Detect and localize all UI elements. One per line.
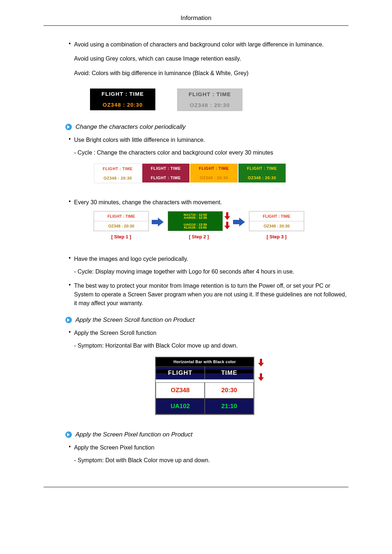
step-label: [ Step 3 ] — [249, 233, 304, 241]
bullet-text: The best way to protect your monitor fro… — [74, 282, 348, 308]
text: Every 30 minutes, change the characters … — [74, 199, 222, 205]
page-title: Information — [44, 15, 348, 26]
fig3-step1: FLIGHT : TIME OZ348 : 20:30 [ Step 1 ] — [94, 211, 149, 241]
fig1-label: FLIGHT : TIME — [90, 89, 155, 99]
text: AA0025 : 12:35 — [184, 216, 207, 219]
fig4-header: FLIGHT — [156, 366, 205, 379]
fig3-label: FLIGHT : TIME — [249, 212, 304, 221]
step-label: [ Step 1 ] — [94, 233, 149, 241]
arrow-down-icon — [224, 212, 230, 220]
arrow-bullet-icon — [65, 317, 72, 323]
fig3-step2-wrap: NA1710 : 12:00 AA0025 : 12:35 UA0110 : 1… — [168, 211, 230, 231]
bullet-item: • Every 30 minutes, change the character… — [65, 198, 348, 248]
fig3-step2: NA1710 : 12:00 AA0025 : 12:35 UA0110 : 1… — [168, 211, 230, 241]
fig4-cell: 20:30 — [205, 382, 254, 398]
fig3-step3: FLIGHT : TIME OZ348 : 20:30 [ Step 3 ] — [249, 211, 304, 241]
fig4-cell: UA102 — [156, 398, 205, 414]
bullet-marker: • — [65, 40, 74, 115]
bullet-item: • The best way to protect your monitor f… — [65, 282, 348, 308]
fig4-cell: OZ348 — [156, 382, 205, 398]
fig4-arrows — [257, 359, 264, 381]
fig3-box: FLIGHT : TIME OZ348 : 20:30 — [94, 211, 149, 231]
fig1-box-grey: FLIGHT : TIME OZ348 : 20:30 — [177, 89, 242, 111]
text: - Cycle: Display moving image together w… — [74, 267, 348, 276]
fig3-label: FLIGHT : TIME — [94, 212, 148, 221]
text: Use Bright colors with little difference… — [74, 137, 205, 143]
fig1-box-black: FLIGHT : TIME OZ348 : 20:30 — [90, 89, 155, 111]
arrow-bullet-icon — [65, 431, 72, 438]
figure-screen-scroll: Horizontal Bar with Black color FLIGHT T… — [155, 357, 268, 415]
bullet-item: • Avoid using a combination of character… — [65, 40, 348, 115]
bullet-marker: • — [65, 282, 74, 308]
fig4-row: UA102 21:10 — [156, 398, 254, 414]
fig2-box: FLIGHT : TIME OZ348 : 20:30 — [190, 163, 238, 184]
subheading-screen-pixel: Apply the Screen Pixel function on Produ… — [65, 431, 348, 438]
fig2-box: FLIGHT : TIME FLIGHT : TIME — [142, 163, 190, 184]
bullet-marker: • — [65, 443, 74, 465]
text: Apply the Screen Pixel function — [74, 444, 154, 451]
bullet-text: Apply the Screen Pixel function - Sympto… — [74, 443, 348, 465]
fig3-label: NA1710 : 12:00 AA0025 : 12:35 — [168, 212, 222, 221]
fig2-box: FLIGHT : TIME OZ348 : 20:30 — [94, 163, 142, 184]
figure-color-cycle: FLIGHT : TIME OZ348 : 20:30 FLIGHT : TIM… — [94, 163, 286, 184]
text: - Symptom: Horizontal Bar with Black Col… — [74, 341, 348, 350]
fig1-label: FLIGHT : TIME — [177, 89, 242, 100]
fig4-table: Horizontal Bar with Black color FLIGHT T… — [155, 357, 254, 415]
fig1-label: OZ348 : 20:30 — [177, 100, 242, 111]
subheading-text: Apply the Screen Scroll function on Prod… — [75, 316, 195, 324]
fig3-box: NA1710 : 12:00 AA0025 : 12:35 UA0110 : 1… — [168, 211, 223, 231]
text: Avoid: Colors with big difference in lum… — [74, 69, 348, 78]
text: Avoid using a combination of characters … — [74, 41, 324, 48]
fig2-label: OZ348 : 20:30 — [94, 173, 142, 183]
bullet-text: Use Bright colors with little difference… — [74, 136, 348, 187]
figure-luminance-avoid: FLIGHT : TIME OZ348 : 20:30 FLIGHT : TIM… — [90, 89, 348, 111]
bullet-marker: • — [65, 329, 74, 422]
bullet-text: Every 30 minutes, change the characters … — [74, 198, 348, 248]
bullet-item: • Apply the Screen Pixel function - Symp… — [65, 443, 348, 465]
page: Information • Avoid using a combination … — [0, 0, 392, 519]
fig2-label: FLIGHT : TIME — [190, 164, 238, 173]
bullet-item: • Have the images and logo cycle periodi… — [65, 255, 348, 276]
fig4-caption: Horizontal Bar with Black color — [156, 357, 254, 366]
text: Have the images and logo cycle periodica… — [74, 256, 188, 262]
fig3-move-arrows — [224, 212, 230, 230]
fig2-label: OZ348 : 20:30 — [238, 173, 286, 182]
fig3-label: OZ348 : 20:30 — [94, 221, 148, 231]
fig2-label: FLIGHT : TIME — [142, 173, 190, 182]
arrow-right-icon — [152, 218, 165, 226]
footer-divider — [44, 487, 348, 487]
fig2-label: FLIGHT : TIME — [94, 164, 142, 173]
subheading-text: Apply the Screen Pixel function on Produ… — [75, 431, 192, 438]
arrow-right-icon — [233, 218, 246, 226]
fig2-box: FLIGHT : TIME OZ348 : 20:30 — [238, 163, 286, 184]
fig4-header: TIME — [205, 366, 254, 379]
bullet-marker: • — [65, 198, 74, 248]
arrow-down-icon — [224, 222, 230, 230]
bullet-marker: • — [65, 255, 74, 276]
content-body: • Avoid using a combination of character… — [65, 40, 348, 465]
bullet-item: • Use Bright colors with little differen… — [65, 136, 348, 187]
figure-steps: FLIGHT : TIME OZ348 : 20:30 [ Step 1 ] N… — [94, 211, 348, 241]
text: Avoid using Grey colors, which can cause… — [74, 54, 348, 63]
text: Apply the Screen Scroll function — [74, 330, 156, 336]
fig4-row: OZ348 20:30 — [156, 382, 254, 398]
arrow-bullet-icon — [65, 124, 72, 130]
subheading-change-color: Change the characters color periodically — [65, 123, 348, 131]
fig3-label: OZ348 : 20:30 — [249, 221, 304, 231]
step-label: [ Step 2 ] — [168, 233, 230, 241]
fig3-label: UA0110 : 13:30 KL0125 : 13:50 — [168, 221, 222, 231]
arrow-down-icon — [258, 373, 264, 381]
fig2-label: FLIGHT : TIME — [238, 164, 286, 173]
bullet-text: Avoid using a combination of characters … — [74, 40, 348, 115]
bullet-text: Have the images and logo cycle periodica… — [74, 255, 348, 276]
text: TIME — [221, 368, 237, 378]
fig2-label: OZ348 : 20:30 — [190, 173, 238, 182]
arrow-down-icon — [258, 359, 264, 367]
text: - Cycle : Change the characters color an… — [74, 148, 348, 157]
text: FLIGHT — [168, 368, 192, 378]
fig4-cell: 21:10 — [205, 398, 254, 414]
text: - Symptom: Dot with Black Color move up … — [74, 456, 348, 465]
fig1-label: OZ348 : 20:30 — [90, 99, 155, 110]
fig4-header-row: FLIGHT TIME — [156, 366, 254, 382]
bullet-item: • Apply the Screen Scroll function - Sym… — [65, 329, 348, 422]
